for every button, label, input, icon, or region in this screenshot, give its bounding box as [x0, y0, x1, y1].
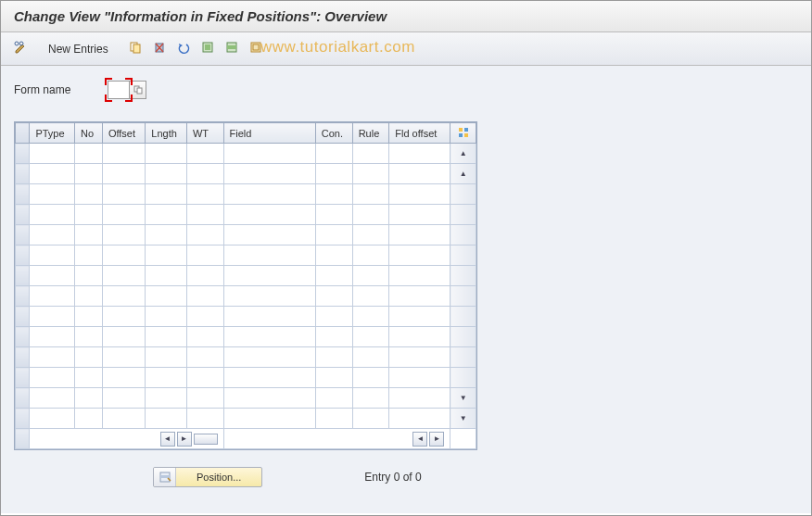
vscroll-track[interactable]: [450, 245, 476, 266]
row-selector[interactable]: [16, 266, 30, 286]
cell[interactable]: [315, 144, 352, 164]
cell[interactable]: [389, 205, 450, 225]
cell[interactable]: [315, 266, 352, 286]
vscroll-track[interactable]: ▼: [450, 388, 476, 409]
cell[interactable]: [102, 164, 145, 184]
vscroll-track[interactable]: [450, 225, 476, 245]
vscroll-track[interactable]: [450, 307, 476, 327]
cell[interactable]: [352, 327, 389, 347]
cell[interactable]: [315, 245, 352, 266]
cell[interactable]: [352, 144, 389, 164]
cell[interactable]: [315, 368, 352, 388]
cell[interactable]: [146, 205, 187, 225]
cell[interactable]: [315, 225, 352, 245]
cell[interactable]: [75, 225, 103, 245]
cell[interactable]: [352, 307, 389, 327]
cell[interactable]: [315, 205, 352, 225]
deselect-all-button[interactable]: [245, 38, 267, 60]
row-selector[interactable]: [16, 225, 30, 245]
cell[interactable]: [102, 266, 145, 286]
cell[interactable]: [102, 245, 145, 266]
cell[interactable]: [102, 327, 145, 347]
cell[interactable]: [75, 184, 103, 205]
cell[interactable]: [223, 164, 315, 184]
cell[interactable]: [186, 368, 223, 388]
cell[interactable]: [352, 388, 389, 409]
cell[interactable]: [102, 368, 145, 388]
cell[interactable]: [30, 347, 75, 368]
form-name-input[interactable]: [108, 81, 130, 99]
cell[interactable]: [186, 327, 223, 347]
col-rule[interactable]: Rule: [352, 123, 389, 144]
cell[interactable]: [223, 307, 315, 327]
cell[interactable]: [389, 245, 450, 266]
cell[interactable]: [75, 245, 103, 266]
row-selector[interactable]: [16, 245, 30, 266]
row-selector[interactable]: [16, 184, 30, 205]
cell[interactable]: [30, 205, 75, 225]
cell[interactable]: [315, 286, 352, 307]
cell[interactable]: [223, 286, 315, 307]
delete-button[interactable]: [148, 38, 171, 60]
cell[interactable]: [315, 347, 352, 368]
cell[interactable]: [223, 225, 315, 245]
row-selector[interactable]: [16, 388, 30, 409]
vscroll-track[interactable]: [450, 286, 476, 307]
vscroll-track[interactable]: [450, 368, 476, 388]
cell[interactable]: [186, 286, 223, 307]
cell[interactable]: [30, 184, 75, 205]
scroll-right2-button[interactable]: ►: [429, 432, 444, 447]
cell[interactable]: [389, 347, 450, 368]
col-field[interactable]: Field: [223, 123, 315, 144]
cell[interactable]: [75, 368, 103, 388]
cell[interactable]: [223, 144, 315, 164]
cell[interactable]: [186, 409, 223, 429]
cell[interactable]: [223, 388, 315, 409]
select-all-rows-header[interactable]: [16, 123, 30, 144]
cell[interactable]: [146, 245, 187, 266]
col-offset[interactable]: Offset: [102, 123, 145, 144]
hscroll-thumb[interactable]: [194, 434, 218, 445]
scroll-left-button[interactable]: ◄: [160, 432, 175, 447]
cell[interactable]: [146, 225, 187, 245]
cell[interactable]: [186, 144, 223, 164]
cell[interactable]: [30, 368, 75, 388]
cell[interactable]: [186, 245, 223, 266]
cell[interactable]: [146, 409, 187, 429]
cell[interactable]: [223, 184, 315, 205]
cell[interactable]: [102, 286, 145, 307]
cell[interactable]: [315, 184, 352, 205]
new-entries-button[interactable]: New Entries: [40, 39, 117, 59]
cell[interactable]: [223, 327, 315, 347]
cell[interactable]: [223, 205, 315, 225]
cell[interactable]: [352, 347, 389, 368]
cell[interactable]: [75, 409, 103, 429]
cell[interactable]: [389, 388, 450, 409]
form-name-f4-button[interactable]: [130, 81, 146, 99]
cell[interactable]: [75, 205, 103, 225]
cell[interactable]: [75, 307, 103, 327]
row-selector[interactable]: [16, 307, 30, 327]
cell[interactable]: [30, 164, 75, 184]
cell[interactable]: [102, 225, 145, 245]
cell[interactable]: [389, 409, 450, 429]
cell[interactable]: [75, 327, 103, 347]
cell[interactable]: [352, 266, 389, 286]
cell[interactable]: [223, 347, 315, 368]
scroll-up-button[interactable]: ▲: [450, 144, 476, 164]
cell[interactable]: [315, 388, 352, 409]
select-all-button[interactable]: [197, 38, 219, 60]
scroll-left2-button[interactable]: ◄: [412, 432, 427, 447]
row-selector[interactable]: [16, 347, 30, 368]
cell[interactable]: [223, 409, 315, 429]
cell[interactable]: [30, 327, 75, 347]
cell[interactable]: [352, 205, 389, 225]
cell[interactable]: [75, 164, 103, 184]
cell[interactable]: [389, 307, 450, 327]
cell[interactable]: [186, 388, 223, 409]
vscroll-track[interactable]: [450, 327, 476, 347]
cell[interactable]: [186, 205, 223, 225]
cell[interactable]: [352, 184, 389, 205]
cell[interactable]: [102, 205, 145, 225]
cell[interactable]: [30, 388, 75, 409]
